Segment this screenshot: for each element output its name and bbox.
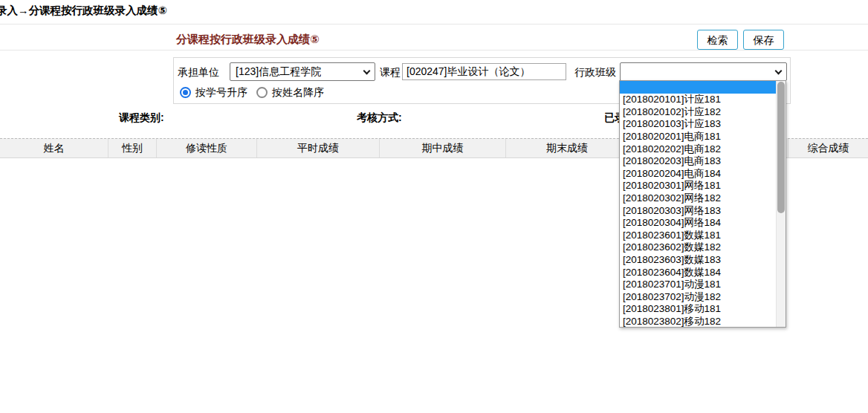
dropdown-option[interactable]: [2018023701]动漫181 (620, 279, 776, 291)
dropdown-option[interactable]: [2018020103]计应183 (620, 118, 776, 131)
dropdown-scrollbar[interactable] (776, 81, 786, 327)
sort-by-id-label: 按学号升序 (195, 86, 247, 100)
class-select[interactable] (620, 62, 787, 81)
dropdown-option[interactable]: [2018023604]数媒184 (620, 266, 776, 279)
dropdown-option[interactable]: [2018020203]电商183 (620, 155, 776, 168)
unit-select-value: [123]信息工程学院 (236, 65, 321, 79)
column-header-8: 综合成绩 (788, 139, 868, 157)
divider (0, 50, 868, 51)
dropdown-option[interactable]: [2018020101]计应181 (620, 94, 776, 106)
column-header-4: 平时成绩 (256, 139, 379, 157)
column-header-3: 修读性质 (156, 139, 256, 157)
dropdown-option[interactable]: [2018020303]网络183 (620, 204, 776, 217)
column-header-5: 期中成绩 (379, 139, 505, 157)
dropdown-option[interactable]: [2018023602]数媒182 (620, 241, 776, 254)
chevron-down-icon (775, 67, 783, 74)
dropdown-options: [2018020101]计应181[2018020102]计应182[20180… (620, 81, 776, 327)
dropdown-option[interactable] (620, 81, 776, 94)
dropdown-option[interactable]: [2018023601]数媒181 (620, 230, 776, 242)
dropdown-option[interactable]: [2018020204]电商184 (620, 168, 776, 181)
unit-label: 承担单位 (178, 66, 219, 79)
class-label: 行政班级 (574, 66, 616, 79)
dropdown-option[interactable]: [2018020201]电商181 (620, 131, 776, 143)
sort-by-name-radio[interactable] (256, 87, 268, 98)
sort-by-name-label: 按姓名降序 (272, 86, 324, 100)
scrollbar-thumb[interactable] (777, 82, 785, 213)
sort-by-id-radio[interactable] (180, 87, 191, 98)
dropdown-option[interactable]: [2018020304]网络184 (620, 217, 776, 230)
column-header-6: 期末成绩 (505, 139, 628, 157)
dropdown-option[interactable]: [2018020301]网络181 (620, 180, 776, 192)
column-header-1: 姓名 (0, 139, 108, 157)
assessment-method-label: 考核方式: (357, 111, 402, 125)
divider (0, 24, 868, 25)
dropdown-option[interactable]: [2018023802]移动182 (620, 316, 776, 328)
page: 录入→分课程按行政班级录入成绩⑤ 分课程按行政班级录入成绩⑤ 检索 保存 承担单… (0, 0, 868, 413)
dropdown-option[interactable]: [2018023801]移动181 (620, 303, 776, 316)
dropdown-option[interactable]: [2018020102]计应182 (620, 106, 776, 119)
column-header-2: 性别 (108, 139, 156, 157)
dropdown-option[interactable]: [2018020302]网络182 (620, 192, 776, 205)
class-dropdown-list: [2018020101]计应181[2018020102]计应182[20180… (619, 80, 786, 328)
course-label: 课程 (380, 66, 401, 79)
page-title: 分课程按行政班级录入成绩⑤ (176, 33, 320, 47)
dropdown-option[interactable]: [2018020202]电商182 (620, 143, 776, 155)
breadcrumb[interactable]: 录入→分课程按行政班级录入成绩⑤ (0, 4, 167, 18)
chevron-down-icon (363, 67, 371, 74)
unit-select[interactable]: [123]信息工程学院 (230, 62, 375, 81)
search-button[interactable]: 检索 (697, 30, 738, 50)
dropdown-option[interactable]: [2018023603]数媒183 (620, 254, 776, 267)
course-input[interactable] (402, 63, 566, 80)
save-button[interactable]: 保存 (743, 30, 784, 50)
course-category-label: 课程类别: (119, 111, 164, 125)
dropdown-option[interactable]: [2018023702]动漫182 (620, 291, 776, 304)
